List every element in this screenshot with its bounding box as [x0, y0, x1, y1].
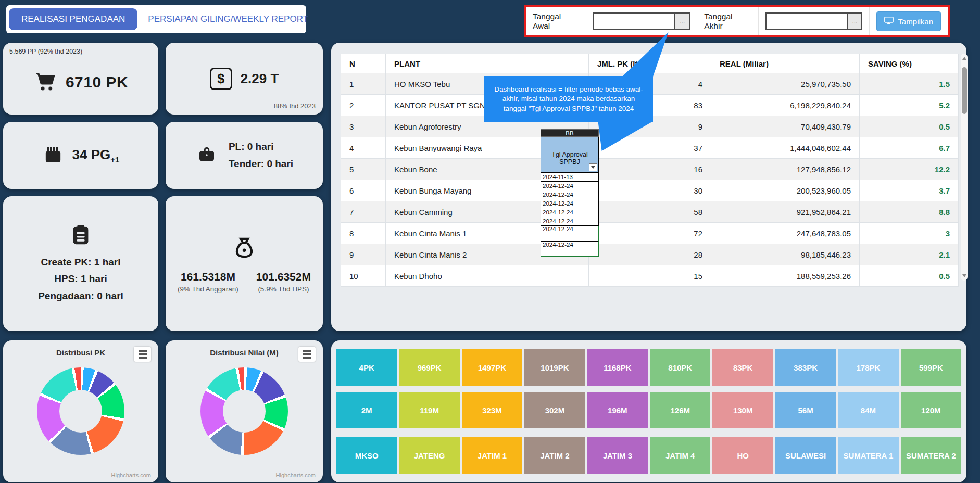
briefcase-icon: [195, 144, 218, 168]
table-row: 10Kebun Dhoho15188,559,253.260.5: [341, 265, 959, 287]
pg-subscript: +1: [110, 155, 119, 164]
chart-menu-icon[interactable]: [298, 347, 316, 362]
region-summary-card: 4PK969PK1497PK1019PK1168PK810PK83PK383PK…: [331, 340, 966, 482]
saving-anggaran-value: 161.5318M: [178, 271, 238, 283]
region-name-cell: MKSO: [336, 437, 397, 474]
region-name-cell: JATIM 2: [524, 437, 585, 474]
col-header-real: REAL (Miliar): [711, 54, 860, 73]
tanggal-awal-label: Tanggal Awal: [533, 12, 579, 31]
n-cell: 7: [341, 201, 386, 223]
region-nilai-cell: 84M: [838, 392, 898, 428]
tab-persiapan-giling-weekly-report[interactable]: PERSIAPAN GILING/WEEKLY REPORT: [141, 8, 316, 30]
kpi-card-durasi: Create PK: 1 hari HPS: 1 hari Pengadaan:…: [3, 196, 158, 331]
tampilkan-cell: Tampilkan: [870, 7, 948, 35]
n-cell: 3: [341, 116, 386, 137]
saving-cell: 3: [860, 223, 959, 244]
region-pk-cell: 1019PK: [524, 349, 585, 386]
n-cell: 6: [341, 180, 386, 201]
factory-icon: [42, 144, 64, 167]
tanggal-awal-picker-button[interactable]: ...: [674, 12, 690, 30]
n-cell: 1: [341, 73, 386, 95]
n-cell: 4: [341, 137, 386, 159]
saving-hps-note: (5.9% Thd HPS): [256, 285, 311, 293]
scrollbar-thumb[interactable]: [962, 67, 967, 114]
highcharts-credit: Highcharts.com: [276, 472, 316, 478]
tampilkan-button[interactable]: Tampilkan: [876, 11, 941, 31]
excel-date-cell: 2024-11-13: [541, 173, 599, 182]
kpi-card-pl-tender: PL: 0 hari Tender: 0 hari: [166, 122, 323, 189]
region-nilai-cell: 2M: [336, 392, 397, 428]
annotation-callout: Dashboard realisasi = filter periode beb…: [484, 76, 653, 122]
plant-cell: Kebun Dhoho: [386, 265, 589, 287]
tab-realisasi-pengadaan[interactable]: REALISASI PENGADAAN: [9, 8, 137, 30]
real-cell: 25,970,735.50: [711, 73, 860, 95]
region-name-cell: HO: [712, 437, 773, 474]
real-cell: 247,648,783.05: [711, 223, 860, 244]
saving-anggaran-note: (9% Thd Anggaran): [178, 285, 238, 293]
kpi-card-total-nilai: $ 2.29 T 88% thd 2023: [166, 43, 323, 115]
saving-cell: 3.7: [860, 180, 959, 201]
tanggal-akhir-input[interactable]: [765, 12, 848, 30]
chart-menu-icon[interactable]: [134, 347, 151, 362]
table-row: 7Kebun Camming58921,952,864.218.8: [341, 201, 959, 223]
jml-pk-cell: 58: [589, 201, 711, 223]
real-cell: 921,952,864.21: [711, 201, 860, 223]
n-cell: 5: [341, 159, 386, 180]
region-nilai-cell: 196M: [587, 392, 648, 428]
saving-anggaran-block: 161.5318M (9% Thd Anggaran): [178, 271, 238, 293]
excel-date-cell: 2024-12-24: [541, 190, 599, 199]
region-name-cell: JATIM 4: [650, 437, 710, 474]
jml-pk-cell: 28: [589, 244, 711, 265]
tanggal-akhir-picker-button[interactable]: ...: [847, 12, 862, 30]
highcharts-credit: Highcharts.com: [111, 472, 151, 478]
table-row: 4Kebun Banyuwangi Raya371,444,046,602.44…: [341, 137, 959, 159]
real-cell: 1,444,046,602.44: [711, 137, 860, 159]
region-name-cell: JATIM 1: [462, 437, 522, 474]
pl-line: PL: 0 hari: [229, 138, 293, 155]
create-pk-line: Create PK: 1 hari: [38, 254, 123, 271]
scroll-up-arrow[interactable]: [961, 55, 968, 62]
pengadaan-line: Pengadaan: 0 hari: [38, 288, 123, 304]
durasi-lines: Create PK: 1 hari HPS: 1 hari Pengadaan:…: [38, 254, 123, 304]
region-pk-cell: 969PK: [399, 349, 459, 386]
saving-cell: 6.7: [860, 137, 959, 159]
date-filter-panel: Tanggal Awal ... Tanggal Akhir ... Tampi…: [524, 5, 950, 37]
tanggal-awal-input[interactable]: [593, 12, 675, 30]
nilai-total-value: 2.29 T: [241, 71, 279, 87]
table-row: 8Kebun Cinta Manis 172247,648,783.053: [341, 223, 959, 244]
n-cell: 9: [341, 244, 386, 265]
saving-cell: 2.1: [860, 244, 959, 265]
region-nilai-cell: 126M: [650, 392, 710, 428]
distribusi-nilai-donut[interactable]: [200, 367, 288, 455]
region-nilai-cell: 130M: [712, 392, 773, 428]
saving-cell: 0.5: [860, 265, 959, 287]
table-row: 9Kebun Cinta Manis 22898,185,446.232.1: [341, 244, 959, 265]
region-pk-row: 4PK969PK1497PK1019PK1168PK810PK83PK383PK…: [336, 349, 961, 386]
tanggal-awal-cell: Tanggal Awal: [526, 7, 586, 35]
real-cell: 98,185,446.23: [711, 244, 860, 265]
saving-cell: 12.2: [860, 159, 959, 180]
saving-cell: 1.5: [860, 73, 959, 95]
excel-date-cell: 2024-12-24: [541, 182, 599, 190]
region-nilai-cell: 120M: [901, 392, 961, 428]
region-name-row: MKSOJATENGJATIM 1JATIM 2JATIM 3JATIM 4HO…: [336, 437, 961, 474]
excel-date-cell: 2024-12-24: [541, 217, 599, 226]
hps-line: HPS: 1 hari: [38, 271, 123, 287]
table-scrollbar[interactable]: [961, 54, 968, 281]
scroll-down-arrow[interactable]: [961, 272, 968, 279]
tanggal-awal-input-cell: ...: [586, 7, 697, 35]
pk-total-value: 6710 PK: [66, 73, 128, 91]
distribusi-pk-donut[interactable]: [37, 367, 124, 455]
kpi-card-saving: 161.5318M (9% Thd Anggaran) 101.6352M (5…: [166, 196, 323, 331]
region-nilai-cell: 56M: [775, 392, 836, 428]
region-pk-cell: 810PK: [650, 349, 710, 386]
region-name-cell: SULAWESI: [775, 437, 836, 474]
n-cell: 8: [341, 223, 386, 244]
saving-hps-block: 101.6352M (5.9% Thd HPS): [256, 271, 311, 293]
jml-pk-cell: 16: [589, 159, 711, 180]
dashboard-root: REALISASI PENGADAAN PERSIAPAN GILING/WEE…: [0, 0, 980, 483]
region-pk-cell: 599PK: [901, 349, 961, 386]
tanggal-akhir-label: Tanggal Akhir: [704, 12, 751, 31]
dollar-square-icon: $: [210, 68, 232, 90]
saving-values: 161.5318M (9% Thd Anggaran) 101.6352M (5…: [178, 271, 311, 293]
